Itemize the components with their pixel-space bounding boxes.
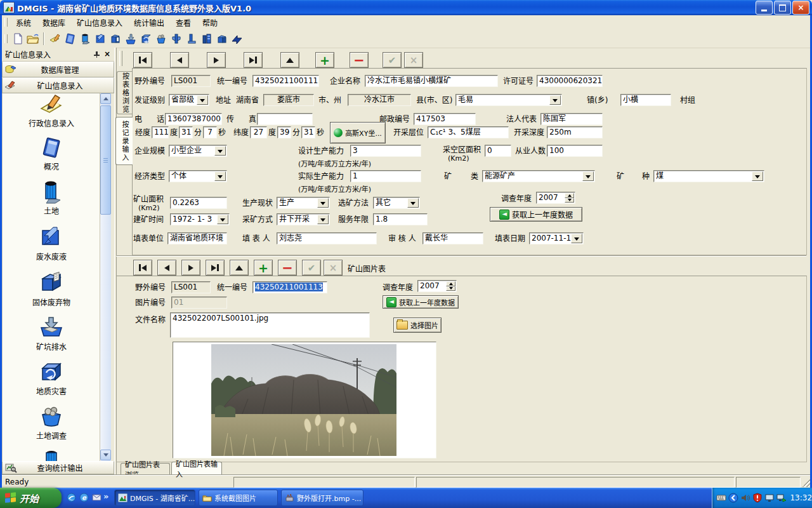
pit-drainage-icon[interactable]: [123, 31, 138, 46]
taskbar-task-folder[interactable]: 系统截图图片: [199, 490, 278, 506]
latitude-sec-input[interactable]: 31: [301, 126, 315, 138]
nav1-insert-button[interactable]: +: [315, 52, 334, 68]
language-bar-icon[interactable]: [728, 493, 738, 503]
nav1-next-button[interactable]: [207, 52, 226, 68]
menu-view[interactable]: 查看: [170, 16, 197, 29]
spin-up-icon[interactable]: [565, 193, 574, 198]
econ-select[interactable]: 个体: [169, 170, 227, 182]
sidebar-close-icon[interactable]: ×: [103, 50, 112, 59]
scale-select[interactable]: 小型企业: [169, 145, 227, 157]
file-name-input[interactable]: 4325022007LS00101.jpg: [170, 312, 370, 338]
restore-button[interactable]: [774, 1, 791, 15]
land-icon[interactable]: [77, 31, 93, 46]
overview-icon[interactable]: [62, 31, 77, 46]
phone-input[interactable]: 13607387000: [165, 113, 222, 125]
service-input[interactable]: 1.8: [373, 213, 428, 225]
chevron-down-icon[interactable]: [214, 146, 226, 156]
keyboard-icon[interactable]: [716, 493, 726, 503]
chevron-down-icon[interactable]: [571, 234, 582, 243]
goaf-input[interactable]: 0: [485, 145, 511, 157]
close-button[interactable]: ×: [792, 1, 809, 15]
chevron-down-icon[interactable]: [214, 171, 226, 181]
dressing-select[interactable]: 其它: [373, 197, 420, 209]
design-cap-input[interactable]: 3: [350, 145, 421, 157]
nav2-delete-button[interactable]: −: [278, 260, 297, 276]
new-file-icon[interactable]: [10, 31, 25, 46]
chevron-down-icon[interactable]: [582, 171, 594, 181]
geo-hazard-icon[interactable]: [138, 31, 154, 46]
tab-table-browse[interactable]: 按表格浏览: [117, 71, 132, 114]
depth-input[interactable]: 250m: [547, 126, 603, 138]
drainage-icon[interactable]: [169, 31, 184, 46]
quick-launch-overflow-icon[interactable]: »: [103, 491, 108, 501]
nav1-delete-button[interactable]: −: [350, 52, 369, 68]
survey-year-spinner[interactable]: 2007: [536, 192, 575, 204]
nav2-cancel-button[interactable]: ×: [324, 260, 343, 276]
menu-system[interactable]: 系统: [10, 16, 37, 29]
nav2-post-button[interactable]: ✔: [302, 260, 321, 276]
method-select[interactable]: 井下开采: [277, 213, 330, 225]
chevron-down-icon[interactable]: [407, 198, 419, 208]
menu-mine-info-entry[interactable]: 矿山信息录入: [71, 16, 128, 29]
county-select[interactable]: 毛易: [455, 94, 562, 106]
spin-down-icon[interactable]: [565, 198, 574, 203]
chevron-down-icon[interactable]: [317, 215, 329, 224]
postcode-input[interactable]: 417503: [414, 113, 476, 125]
nav1-cancel-button[interactable]: ×: [404, 52, 423, 68]
chevron-down-icon[interactable]: [217, 215, 228, 224]
quick-launch-ie-icon[interactable]: [66, 492, 77, 503]
sidebar-item-land[interactable]: 土地: [3, 180, 100, 217]
sidebar-group-mine-entry[interactable]: 矿山信息录入: [2, 77, 114, 93]
field-no-input[interactable]: LS001: [171, 75, 211, 87]
town-input[interactable]: 小横: [620, 94, 671, 106]
spin-up-icon[interactable]: [446, 281, 455, 286]
layer-input[interactable]: C₁c¹ 3、5煤层: [428, 126, 509, 138]
chevron-down-icon[interactable]: [752, 171, 763, 181]
prefecture-input[interactable]: 冷水江市: [348, 94, 411, 106]
nav1-last-button[interactable]: [244, 52, 263, 68]
pic-no-input[interactable]: 01: [171, 297, 227, 309]
pic-survey-year-spinner[interactable]: 2007: [417, 280, 457, 292]
start-button[interactable]: 开始: [0, 488, 62, 508]
menu-stats-output[interactable]: 统计输出: [128, 16, 170, 29]
pic-fetch-prev-year-button[interactable]: ◄获取上一年度数据: [383, 295, 459, 309]
sidebar-item-geo-hazard[interactable]: 地质灾害: [3, 360, 100, 397]
filler-input[interactable]: 刘志尧: [277, 232, 377, 244]
tab-record-input[interactable]: 按记录输入: [115, 117, 133, 165]
sidebar-item-overview[interactable]: 概况: [3, 137, 100, 172]
auditor-input[interactable]: 戴长华: [422, 232, 483, 244]
longitude-deg-input[interactable]: 111: [152, 126, 169, 138]
export-icon[interactable]: [230, 31, 245, 46]
workers-input[interactable]: 100: [547, 145, 603, 157]
splitter-horizontal[interactable]: [116, 255, 806, 256]
nav1-first-button[interactable]: [133, 52, 152, 68]
minimize-button[interactable]: [756, 1, 773, 15]
mine-kind-select[interactable]: 煤: [653, 170, 764, 182]
sidebar-group-query-stats[interactable]: 查询统计输出: [2, 461, 114, 474]
taskbar-task-paint[interactable]: 野外版打开.bmp -...: [281, 490, 363, 506]
nav2-insert-button[interactable]: +: [254, 260, 273, 276]
enterprise-input[interactable]: 冷水江市毛易镇小横煤矿: [365, 75, 498, 87]
display-icon[interactable]: [764, 493, 775, 503]
sidebar-item-wastewater[interactable]: 废水废液: [3, 225, 100, 262]
chevron-down-icon[interactable]: [549, 95, 561, 105]
nav1-top-button[interactable]: [280, 52, 299, 68]
clock[interactable]: 13:32: [790, 493, 812, 502]
longitude-sec-input[interactable]: 7: [203, 126, 217, 138]
nav2-first-button[interactable]: [133, 260, 152, 276]
nav2-top-button[interactable]: [230, 260, 249, 276]
nav2-last-button[interactable]: [206, 260, 225, 276]
sidebar-item-land-survey[interactable]: 土地调查: [3, 404, 100, 441]
sidebar-item-pit-drainage[interactable]: 矿坑排水: [3, 316, 100, 352]
open-file-icon[interactable]: [25, 31, 41, 46]
nav1-post-button[interactable]: ✔: [383, 52, 402, 68]
quick-launch-browser-icon[interactable]: e: [79, 492, 89, 503]
spin-down-icon[interactable]: [446, 286, 455, 291]
fax-input[interactable]: [257, 113, 313, 125]
longitude-min-input[interactable]: 31: [179, 126, 193, 138]
title-bar[interactable]: DMGIS - 湖南省矿山地质环境数据库信息系统野外录入版V1.0 ×: [0, 0, 812, 15]
taskbar-task-dmgis[interactable]: DMGIS - 湖南省矿...: [114, 490, 195, 506]
gauss-xy-button[interactable]: 高斯XY坐...: [330, 122, 386, 144]
area-input[interactable]: 0.2263: [170, 197, 227, 209]
network-activity-icon[interactable]: [776, 493, 787, 503]
